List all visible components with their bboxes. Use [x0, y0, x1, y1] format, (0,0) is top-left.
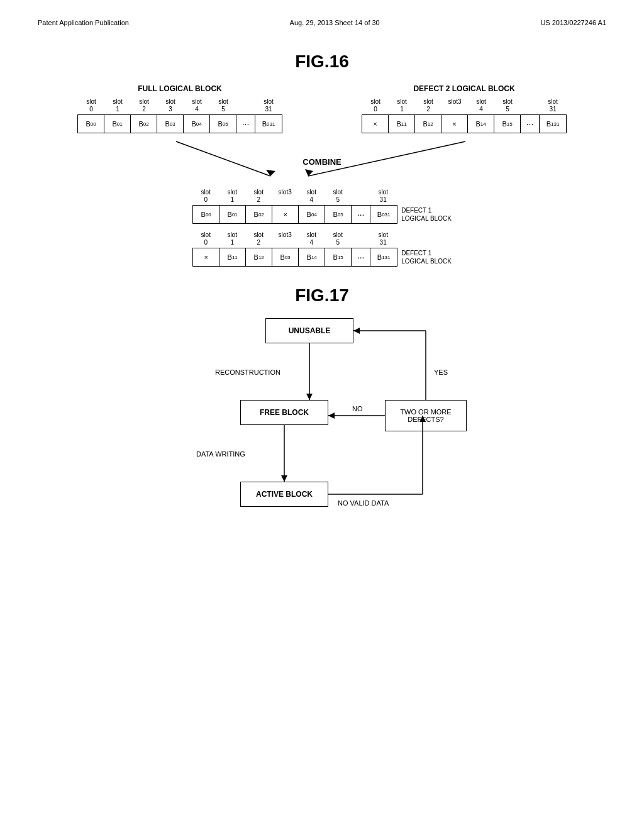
slot-label: slot3 [157, 98, 184, 113]
slot-label: slot5 [325, 231, 351, 246]
data-cell: B131 [370, 248, 397, 266]
data-cell: B04 [184, 115, 210, 133]
fig17-area: UNUSABLE FREE BLOCK ACTIVE BLOCK TWO OR … [38, 318, 606, 532]
data-cell-x: × [193, 248, 219, 266]
data-cell: B131 [540, 115, 566, 133]
full-block-label: FULL LOGICAL BLOCK [138, 84, 222, 93]
result1-slots: slot0 slot1 slot2 slot3 slot4 slot5 slot… [192, 189, 452, 204]
data-cell: B12 [246, 248, 272, 266]
data-cell: B05 [325, 206, 352, 223]
data-cell: B02 [246, 206, 272, 223]
two-or-more-defects-box: TWO OR MOREDEFECTS? [385, 400, 467, 431]
data-cell: B15 [494, 115, 521, 133]
combine-label: COMBINE [303, 157, 341, 167]
svg-marker-5 [306, 394, 313, 400]
data-cell: B04 [299, 206, 325, 223]
slot-label: slot0 [362, 98, 389, 113]
result2-label: DEFECT 1LOGICAL BLOCK [401, 249, 452, 265]
dots-cell: ··· [352, 248, 370, 266]
slot-label: slot3 [272, 231, 298, 246]
data-cell: B01 [104, 115, 131, 133]
slot-label: slot31 [540, 98, 566, 113]
slot-label: slot4 [184, 98, 210, 113]
slot-label: slot0 [78, 98, 104, 113]
result1-block: slot0 slot1 slot2 slot3 slot4 slot5 slot… [192, 189, 452, 224]
slot-label: slot3 [441, 98, 468, 113]
data-cell: B01 [219, 206, 246, 223]
data-cell: B02 [131, 115, 157, 133]
svg-text:DATA WRITING: DATA WRITING [196, 450, 245, 458]
dots-cell: ··· [521, 115, 540, 133]
data-cell: B11 [219, 248, 246, 266]
slot-label: slot3 [272, 189, 298, 204]
data-cell: B11 [389, 115, 415, 133]
result2-slots: slot0 slot1 slot2 slot3 slot4 slot5 slot… [192, 231, 452, 246]
slot-label: slot1 [389, 98, 415, 113]
slot-label: slot1 [104, 98, 131, 113]
data-cell: B05 [210, 115, 236, 133]
data-cell: B14 [299, 248, 325, 266]
defect2-block-slots: slot0 slot1 slot2 slot3 slot4 slot5 slot… [362, 98, 566, 113]
data-cell: B00 [193, 206, 219, 223]
free-block-box: FREE BLOCK [240, 400, 328, 425]
slot-label: slot2 [415, 98, 441, 113]
page-header: Patent Application Publication Aug. 29, … [38, 19, 606, 26]
slot-label: slot5 [494, 98, 521, 113]
full-block-slots: slot0 slot1 slot2 slot3 slot4 slot5 slot… [78, 98, 282, 113]
slot-label: slot2 [245, 189, 272, 204]
slot-label: slot0 [192, 231, 219, 246]
data-cell: B12 [415, 115, 441, 133]
result2-data: × B11 B12 B03 B14 B15 ··· B131 [192, 248, 397, 267]
data-cell: B031 [255, 115, 282, 133]
slot-label: slot1 [219, 189, 245, 204]
slot-label: slot31 [370, 231, 396, 246]
svg-marker-16 [353, 328, 360, 334]
data-cell: B031 [370, 206, 397, 223]
header-left: Patent Application Publication [38, 19, 129, 26]
slot-label: slot2 [131, 98, 157, 113]
data-cell: B00 [78, 115, 104, 133]
data-cell-x: × [272, 206, 299, 223]
slot-label: slot5 [210, 98, 236, 113]
fig16-title: FIG.16 [38, 52, 606, 72]
svg-text:NO: NO [352, 405, 363, 412]
slot-label: slot31 [255, 98, 282, 113]
slot-label: slot0 [192, 189, 219, 204]
full-block-data: B00 B01 B02 B03 B04 B05 ··· B031 [77, 114, 282, 133]
slot-label: slot4 [298, 189, 325, 204]
slot-label: slot4 [468, 98, 494, 113]
fig16-area: FULL LOGICAL BLOCK slot0 slot1 slot2 slo… [38, 84, 606, 267]
fig17-title: FIG.17 [38, 285, 606, 306]
data-cell: B15 [325, 248, 352, 266]
result1-data: B00 B01 B02 × B04 B05 ··· B031 [192, 205, 397, 224]
dots-cell: ··· [236, 115, 255, 133]
svg-marker-8 [281, 475, 287, 482]
result2-block: slot0 slot1 slot2 slot3 slot4 slot5 slot… [192, 231, 452, 267]
active-block-box: ACTIVE BLOCK [240, 482, 328, 507]
svg-text:NO VALID DATA: NO VALID DATA [338, 499, 389, 507]
dots-cell: ··· [352, 206, 370, 223]
slot-label: slot31 [370, 189, 396, 204]
svg-text:RECONSTRUCTION: RECONSTRUCTION [215, 368, 280, 376]
data-cell: B14 [468, 115, 494, 133]
defect2-logical-block: DEFECT 2 LOGICAL BLOCK slot0 slot1 slot2… [362, 84, 567, 133]
data-cell-x: × [362, 115, 389, 133]
data-cell: B03 [157, 115, 184, 133]
svg-marker-19 [328, 412, 335, 419]
data-cell-x: × [441, 115, 468, 133]
slot-label: slot4 [298, 231, 325, 246]
slot-label: slot1 [219, 231, 245, 246]
data-cell: B03 [272, 248, 299, 266]
slot-label: slot2 [245, 231, 272, 246]
page: Patent Application Publication Aug. 29, … [0, 0, 644, 830]
result1-label: DEFECT 1LOGICAL BLOCK [401, 206, 452, 223]
header-right: US 2013/0227246 A1 [540, 19, 606, 26]
defect2-block-label: DEFECT 2 LOGICAL BLOCK [413, 84, 514, 93]
svg-line-0 [176, 141, 270, 176]
unusable-box: UNUSABLE [265, 318, 353, 343]
header-center: Aug. 29, 2013 Sheet 14 of 30 [290, 19, 380, 26]
full-logical-block: FULL LOGICAL BLOCK slot0 slot1 slot2 slo… [77, 84, 282, 133]
defect2-block-data: × B11 B12 × B14 B15 ··· B131 [362, 114, 567, 133]
slot-label: slot5 [325, 189, 351, 204]
svg-text:YES: YES [434, 368, 448, 376]
